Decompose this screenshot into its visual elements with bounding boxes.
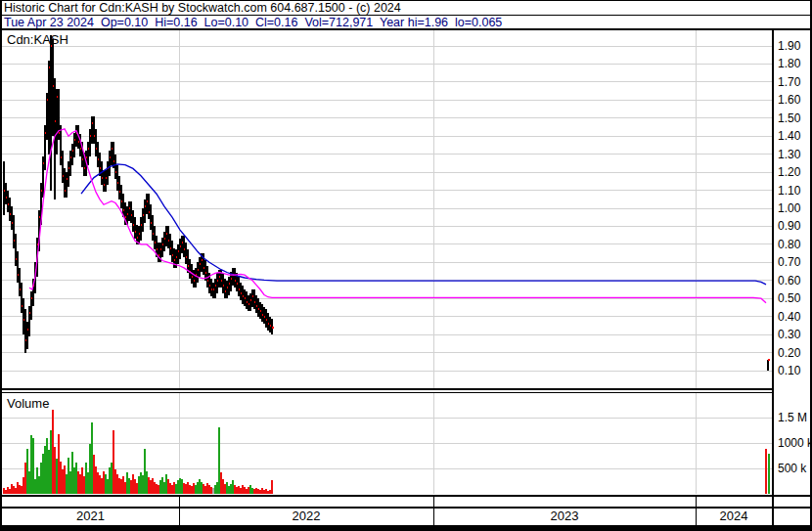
final-price-bar [767,360,769,371]
volume-bar [85,463,87,494]
price-bar [169,234,171,255]
volume-bar [181,479,183,494]
price-bar [163,232,165,251]
price-bar [183,236,185,257]
volume-bar [255,488,257,494]
price-bar [140,217,142,241]
volume-bar [60,462,62,494]
volume-bar [224,484,226,494]
price-bar [210,279,212,296]
price-bar [242,286,244,303]
volume-bar [97,472,99,494]
volume-bar [208,485,210,494]
volume-bar [230,484,232,494]
volume-bar [242,485,244,494]
volume-bar [81,467,83,494]
price-bar [3,161,5,215]
volume-bar [30,435,32,494]
volume-bar [56,459,58,494]
price-bar [195,268,197,288]
volume-bar [251,488,253,494]
volume-bar [177,480,179,494]
volume-bar [183,483,185,494]
volume-bar [91,422,93,494]
price-bar [148,194,150,219]
volume-bar [171,485,173,494]
volume-bar [3,488,5,494]
volume-bar [77,471,79,494]
price-bar [150,204,152,230]
volume-bar [234,485,236,494]
volume-bar [23,477,24,494]
price-bar [87,142,89,165]
volume-bar [152,478,154,494]
volume-bar [179,478,181,494]
price-bar [171,241,173,262]
volume-bar [105,474,107,494]
price-bar [105,170,107,192]
price-bar [265,309,267,327]
volume-bar [9,489,11,494]
volume-bar [269,490,271,494]
volume-bar [210,487,212,494]
volume-bar [17,482,19,494]
volume-bar [113,430,114,494]
price-bar [23,298,24,334]
close-tick [272,327,274,329]
volume-bar [68,458,69,494]
volume-bar [130,480,132,494]
volume-bar [93,455,95,494]
volume-bar [66,474,68,494]
volume-bar [64,465,66,494]
volume-bar [142,475,144,494]
volume-bar [220,472,222,494]
volume-bar [193,483,195,494]
volume-bar [167,479,169,494]
volume-bar [19,485,21,494]
volume-bar [122,476,124,494]
volume-bar [52,410,54,494]
volume-bar [95,466,97,494]
price-bar [179,239,181,258]
final-volume-bar [768,454,770,494]
price-bar [68,161,69,187]
volume-bar [109,467,111,494]
left-border [0,0,2,531]
price-bar [93,116,95,144]
price-bar [89,129,91,156]
volume-bar [148,477,150,494]
price-bar [240,283,242,300]
stockwatch-historic-chart: Historic Chart for Cdn:KASH by Stockwatc… [0,0,812,531]
ma-short-line [29,129,766,303]
volume-bar [107,479,109,494]
year-divider [433,497,434,525]
price-bar [113,142,114,169]
volume-bar [218,427,220,494]
volume-bar [36,467,38,494]
price-bar [138,226,140,243]
price-bar [249,293,251,311]
volume-bar [199,479,201,494]
volume-bar [265,489,267,494]
volume-bar [238,486,240,494]
price-bar [13,215,15,247]
volume-bar [246,489,248,494]
price-bar [152,215,154,241]
price-bar [232,268,234,286]
volume-baseline [0,495,812,497]
volume-bar [150,480,152,494]
volume-bar [175,484,177,494]
price-bar [116,165,118,191]
volume-bar [271,480,273,494]
volume-bar [206,483,208,494]
price-bar [118,176,120,199]
bottom-border [0,525,812,531]
price-bar [158,243,159,262]
volume-bar [191,486,193,494]
top-border [0,0,812,1]
volume-bar [140,472,142,494]
volume-bar [253,489,255,494]
volume-bar [116,474,118,494]
volume-bar [32,438,34,494]
volume-bar [79,474,81,494]
